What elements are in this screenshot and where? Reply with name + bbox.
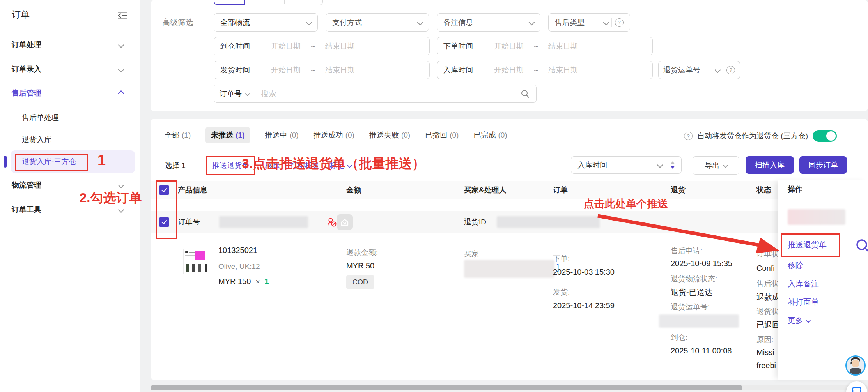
more-dropdown[interactable]: 更多 [788,315,810,326]
buyer-blacklist-icon[interactable] [327,217,337,227]
tab-completed[interactable]: 已完成(0) [473,130,507,140]
auto-return-warehouse-setting: ? 自动将发货仓作为退货仓 (三方仓) [684,128,837,144]
sort-asc-icon [670,161,675,164]
search-field-select[interactable]: 订单号 [214,85,255,102]
search-zoom-icon[interactable] [854,237,868,254]
order-no-label: 订单号: [178,211,202,233]
sort-field-select[interactable]: 入库时间 [571,156,682,174]
logistics-select[interactable]: 全部物流 [214,13,318,32]
floating-shop-button[interactable] [846,381,867,392]
return-list-panel: 全部(1) 未推送(1) 推送中(0) 推送成功(0) 推送失败(0) 已撤回(… [151,119,868,380]
sidebar-group-logistics[interactable]: 物流管理 [12,179,129,191]
inbound-note-link[interactable]: 入库备注 [788,279,819,289]
status-line: 已退回 [756,320,778,330]
header-status: 状态 [756,181,771,199]
start-date-input[interactable]: 开始日期 [494,65,524,75]
end-date-input[interactable]: 结束日期 [548,65,578,75]
arrive-time-range[interactable]: 到仓时间 开始日期 ~ 结束日期 [214,37,430,55]
tab-label: 未推送 [211,130,233,140]
tab-withdrawn[interactable]: 已撤回(0) [425,130,459,140]
placed-time: 2025-10-03 15:30 [553,268,615,277]
placed-label: 下单: [553,254,570,264]
sync-orders-button[interactable]: 同步订单 [799,156,847,174]
chevron-down-icon [806,318,811,323]
tab-count: (0) [289,131,298,139]
toggle-label: 自动将发货仓作为退货仓 (三方仓) [697,131,808,141]
search-type-segmented-control[interactable] [214,0,323,5]
mark-dropdown[interactable]: 标记 [330,161,351,171]
check-icon [161,219,168,226]
help-icon[interactable]: ? [615,18,624,27]
aftersale-applied-label: 售后申请: [671,246,702,256]
collapse-sidebar-icon[interactable] [117,10,128,21]
search-icon[interactable] [521,89,530,99]
scan-inbound-button[interactable]: 扫描入库 [746,156,794,174]
segment-active[interactable] [214,0,245,5]
buyer-redacted [464,260,554,278]
select-value: 全部物流 [220,18,250,28]
sort-direction-toggle[interactable] [670,161,675,169]
shipped-label: 发货: [553,287,570,297]
sidebar-group-order-tools[interactable]: 订单工具 [12,204,129,215]
inbound-time-range[interactable]: 入库时间 开始日期 ~ 结束日期 [437,61,653,79]
order-search-box[interactable]: 订单号 搜索 [214,85,537,103]
sidebar-item-aftersale-orders[interactable]: 售后单处理 [22,112,123,124]
export-dropdown-button[interactable]: 导出 [693,156,739,175]
search-field-value: 订单号 [220,89,242,99]
product-id[interactable]: 101325021 [218,246,257,255]
ship-time-range[interactable]: 发货时间 开始日期 ~ 结束日期 [214,61,430,79]
remove-link[interactable]: 移除 [788,260,803,271]
tab-push-success[interactable]: 推送成功(0) [314,130,354,140]
row-checkbox[interactable] [159,217,169,227]
select-placeholder: 退货运单号 [663,65,700,75]
ops-sticky-panel: 操作 推送退货单 移除 入库备注 补打面单 更多 [778,180,868,380]
search-input[interactable]: 搜索 [261,89,276,99]
return-waybill-select[interactable]: 退货运单号 ? [658,61,740,79]
help-icon[interactable]: ? [726,66,735,74]
status-line: 原因: [756,335,773,345]
select-all-checkbox[interactable] [159,185,169,195]
thumb-detail [192,264,195,272]
sidebar-group-order-entry[interactable]: 订单录入 [12,64,129,75]
agent-avatar-image [847,357,864,374]
tab-push-failed[interactable]: 推送失败(0) [369,130,410,140]
payment-method-select[interactable]: 支付方式 [326,13,429,32]
product-price: MYR 150 [218,277,251,286]
order-summary-row: 订单号: 退货ID: [151,211,868,233]
sidebar-item-return-inbound[interactable]: 退货入库 [22,134,123,146]
help-icon[interactable]: ? [684,132,693,140]
aftersale-applied-time: 2025-10-09 15:35 [671,259,732,268]
horizontal-scrollbar-thumb[interactable] [151,385,742,390]
sidebar-group-aftersale[interactable]: 售后管理 [12,87,129,99]
print-label-button[interactable]: 打印标签 [290,161,320,171]
tab-all[interactable]: 全部(1) [165,130,191,140]
date-separator: ~ [311,66,315,74]
return-to-warehouse-icon[interactable] [337,214,353,230]
remove-button[interactable]: 移除 [265,161,280,171]
segment-divider [284,0,285,4]
return-id-redacted [497,216,600,228]
end-date-input[interactable]: 结束日期 [548,41,578,51]
reprint-label-link[interactable]: 补打面单 [788,297,819,307]
customer-service-avatar[interactable] [845,355,866,376]
export-label: 导出 [705,161,720,171]
product-thumbnail[interactable] [183,249,211,274]
end-date-input[interactable]: 结束日期 [325,41,355,51]
cod-badge: COD [346,275,374,289]
date-label: 下单时间 [443,41,473,51]
aftersale-type-select[interactable]: 售后类型 ? [548,13,630,32]
push-return-order-button[interactable]: 推送退货单 [212,161,249,170]
thumb-detail [198,264,201,272]
tab-not-pushed[interactable]: 未推送(1) [205,127,250,143]
start-date-input[interactable]: 开始日期 [271,65,301,75]
push-return-order-link[interactable]: 推送退货单 [788,240,827,250]
sidebar-group-order-processing[interactable]: 订单处理 [12,39,129,51]
home-arrow-icon [340,217,349,227]
start-date-input[interactable]: 开始日期 [271,41,301,51]
tab-pushing[interactable]: 推送中(0) [265,130,298,140]
auto-return-warehouse-toggle[interactable] [813,130,837,142]
order-time-range[interactable]: 下单时间 开始日期 ~ 结束日期 [437,37,653,55]
start-date-input[interactable]: 开始日期 [494,41,524,51]
end-date-input[interactable]: 结束日期 [325,65,355,75]
remark-select[interactable]: 备注信息 [437,13,540,32]
